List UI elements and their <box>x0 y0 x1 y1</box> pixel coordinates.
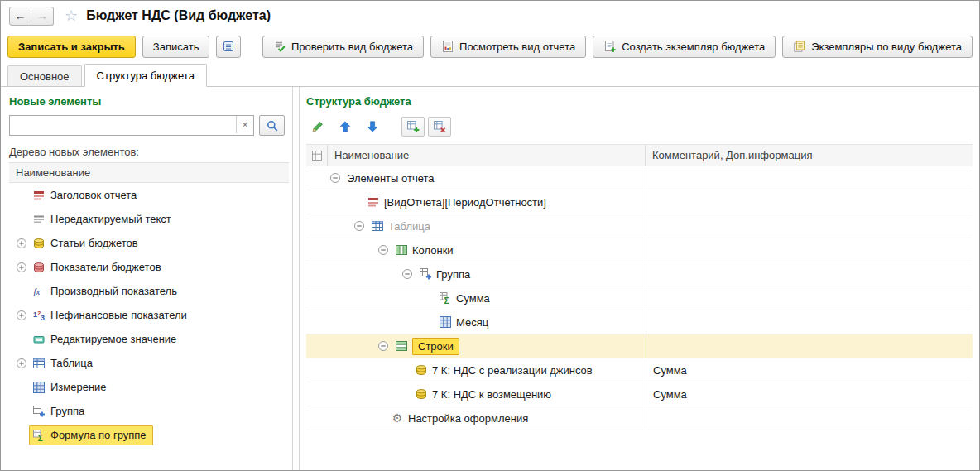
tree-item-content: ΣФормула по группе <box>29 425 153 445</box>
favorite-star-icon[interactable]: ☆ <box>65 8 78 23</box>
structure-row-label: Таблица <box>388 220 430 233</box>
tree-item-editable-value[interactable]: Редактируемое значение <box>9 327 289 351</box>
structure-row-label: Сумма <box>456 292 490 305</box>
instances-by-budget-view-button[interactable]: Экземпляры по виду бюджета <box>782 36 973 58</box>
tree-item-budget-indicators[interactable]: Показатели бюджетов <box>9 255 289 279</box>
tree-item-group-formula[interactable]: ΣФормула по группе <box>9 423 289 447</box>
structure-row-label: Настройка оформления <box>408 412 528 425</box>
add-table-element-button[interactable] <box>401 117 425 137</box>
check-budget-view-button[interactable]: Проверить вид бюджета <box>262 36 424 58</box>
structure-row[interactable]: Элементы отчета <box>306 166 973 190</box>
svg-text:Σ: Σ <box>444 296 449 305</box>
group-icon <box>32 405 46 418</box>
arrow-down-icon <box>366 120 379 133</box>
collapse-icon[interactable] <box>328 172 343 184</box>
search-box: × <box>9 115 254 136</box>
collapse-icon[interactable] <box>376 340 391 352</box>
tree-item-label: Нередактируемый текст <box>50 213 171 225</box>
structure-row[interactable]: 7 К: НДС к возмещениюСумма <box>306 382 973 406</box>
tree-item-content: Показатели бюджетов <box>29 257 168 277</box>
tree-item-report-title[interactable]: Заголовок отчета <box>9 183 289 207</box>
structure-row[interactable]: Колонки <box>306 238 973 262</box>
back-arrow-icon: ← <box>15 9 26 22</box>
budget-articles-icon <box>415 387 428 401</box>
forward-button[interactable]: → <box>31 7 54 26</box>
view-report-form-label: Посмотреть вид отчета <box>459 41 575 53</box>
panel-splitter[interactable] <box>292 87 300 470</box>
tree-item-label: Формула по группе <box>50 429 147 441</box>
structure-row-label: [ВидОтчета][ПериодОтчетности] <box>384 196 546 209</box>
structure-row-comment <box>646 286 973 310</box>
column-settings-icon[interactable] <box>310 149 324 162</box>
tree-item-dimension[interactable]: Измерение <box>9 375 289 399</box>
structure-grid: Наименование Комментарий, Доп.информация… <box>306 144 973 470</box>
columns-icon <box>395 243 408 257</box>
dimension-icon <box>439 315 452 329</box>
collapse-icon[interactable] <box>400 268 415 280</box>
save-button[interactable]: Записать <box>142 36 210 58</box>
collapse-icon[interactable] <box>376 244 391 256</box>
tree-item-table[interactable]: Таблица <box>9 351 289 375</box>
search-icon <box>266 119 279 132</box>
structure-row-label: 7 К: НДС к возмещению <box>432 388 551 401</box>
tree-item-group[interactable]: Группа <box>9 399 289 423</box>
tree-item-content: Измерение <box>29 377 113 397</box>
row-marker-cell <box>306 262 328 286</box>
expand-icon[interactable] <box>14 310 29 321</box>
left-tree-column-header: Наименование <box>9 162 289 183</box>
structure-row[interactable]: Таблица <box>306 214 973 238</box>
create-budget-instance-button[interactable]: Создать экземпляр бюджета <box>593 36 776 58</box>
edit-button[interactable] <box>306 117 329 137</box>
tree-item-content: Нередактируемый текст <box>29 209 178 229</box>
expand-icon[interactable] <box>14 262 29 273</box>
instances-by-budget-view-label: Экземпляры по виду бюджета <box>811 41 962 53</box>
structure-row[interactable]: Группа <box>306 262 973 286</box>
tab-budget-structure[interactable]: Структура бюджета <box>84 64 207 87</box>
move-up-button[interactable] <box>334 117 357 137</box>
tree-item-label: Таблица <box>50 357 93 369</box>
tree-item-content: Статьи бюджетов <box>29 233 145 253</box>
delete-table-element-button[interactable] <box>428 117 451 137</box>
structure-row-label: Строки <box>412 338 459 355</box>
tree-item-label: Статьи бюджетов <box>50 237 138 249</box>
show-list-button[interactable] <box>216 36 241 58</box>
editable-value-icon <box>32 333 46 346</box>
structure-row[interactable]: ⚙Настройка оформления <box>306 406 973 430</box>
tree-caption: Дерево новых элементов: <box>9 146 289 158</box>
pencil-icon <box>311 120 324 133</box>
tree-item-content: Редактируемое значение <box>29 329 183 349</box>
tree-item-content: Группа <box>29 401 91 421</box>
row-marker-cell <box>306 406 328 430</box>
check-document-icon <box>273 40 286 53</box>
main-toolbar: Записать и закрыть Записать Проверить ви… <box>1 31 979 62</box>
structure-row[interactable]: ΣСумма <box>306 286 973 310</box>
structure-row[interactable]: 7 К: НДС с реализации джинсовСумма <box>306 358 973 382</box>
back-button[interactable]: ← <box>9 7 31 26</box>
expand-icon[interactable] <box>14 238 29 249</box>
save-and-close-button[interactable]: Записать и закрыть <box>7 36 136 58</box>
view-report-form-button[interactable]: Посмотреть вид отчета <box>430 36 586 58</box>
tree-item-static-text[interactable]: Нередактируемый текст <box>9 207 289 231</box>
structure-row[interactable]: Месяц <box>306 310 973 334</box>
tree-item-nonfinancial-indicators[interactable]: 123Нефинансовые показатели <box>9 303 289 327</box>
search-button[interactable] <box>259 115 285 136</box>
tab-main[interactable]: Основное <box>7 65 82 86</box>
structure-grid-header: Наименование Комментарий, Доп.информация <box>306 145 973 166</box>
tree-item-label: Показатели бюджетов <box>50 261 161 273</box>
expand-icon[interactable] <box>14 358 29 369</box>
row-marker-cell <box>306 382 328 406</box>
row-marker-cell <box>306 190 328 214</box>
forward-arrow-icon: → <box>36 9 48 22</box>
structure-row-comment <box>646 190 973 214</box>
structure-row[interactable]: [ВидОтчета][ПериодОтчетности] <box>306 190 973 214</box>
structure-row[interactable]: Строки <box>306 334 973 358</box>
row-marker-cell <box>306 238 328 262</box>
search-input[interactable] <box>9 115 254 136</box>
tree-item-label: Группа <box>50 405 84 417</box>
collapse-icon[interactable] <box>352 220 367 232</box>
clear-search-icon[interactable]: × <box>236 116 253 133</box>
navigation-buttons: ← → <box>9 7 54 26</box>
tree-item-derived-indicator[interactable]: fxПроизводный показатель <box>9 279 289 303</box>
tree-item-budget-articles[interactable]: Статьи бюджетов <box>9 231 289 255</box>
move-down-button[interactable] <box>361 117 384 137</box>
